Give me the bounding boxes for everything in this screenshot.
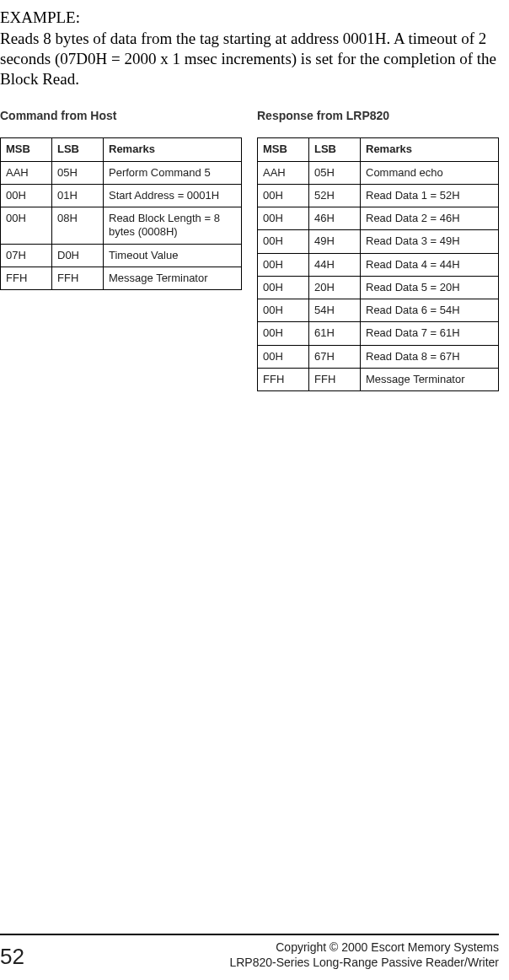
cell-remarks: Message Terminator bbox=[361, 368, 499, 390]
cell-remarks: Read Data 6 = 54H bbox=[361, 299, 499, 322]
table-row: 00H 61H Read Data 7 = 61H bbox=[258, 322, 499, 345]
table-header: Remarks bbox=[361, 138, 499, 161]
command-table: MSB LSB Remarks AAH 05H Perform Command … bbox=[0, 137, 242, 290]
cell-remarks: Start Address = 0001H bbox=[104, 184, 242, 207]
cell-remarks: Message Terminator bbox=[104, 267, 242, 289]
table-row: 00H 01H Start Address = 0001H bbox=[1, 184, 242, 207]
cell-remarks: Read Data 8 = 67H bbox=[361, 345, 499, 368]
cell-msb: 00H bbox=[258, 184, 309, 207]
table-row: 07H D0H Timeout Value bbox=[1, 244, 242, 267]
cell-lsb: 44H bbox=[309, 253, 361, 276]
table-header: MSB bbox=[1, 138, 52, 161]
cell-remarks: Timeout Value bbox=[104, 244, 242, 267]
table-row: 00H 67H Read Data 8 = 67H bbox=[258, 345, 499, 368]
cell-remarks: Read Data 7 = 61H bbox=[361, 322, 499, 345]
cell-lsb: 08H bbox=[52, 207, 104, 245]
cell-msb: FFH bbox=[258, 368, 309, 390]
table-header: MSB bbox=[258, 138, 309, 161]
table-row: 00H 46H Read Data 2 = 46H bbox=[258, 207, 499, 230]
table-row: AAH 05H Perform Command 5 bbox=[1, 161, 242, 184]
cell-msb: 00H bbox=[258, 253, 309, 276]
cell-msb: 00H bbox=[258, 299, 309, 322]
cell-msb: FFH bbox=[1, 267, 52, 289]
table-row: FFH FFH Message Terminator bbox=[258, 368, 499, 390]
cell-remarks: Read Block Length = 8 bytes (0008H) bbox=[104, 207, 242, 245]
table-row: 00H 20H Read Data 5 = 20H bbox=[258, 276, 499, 299]
command-from-host-title: Command from Host bbox=[0, 109, 242, 122]
cell-lsb: 54H bbox=[309, 299, 361, 322]
cell-lsb: 46H bbox=[309, 207, 361, 230]
cell-msb: 00H bbox=[258, 230, 309, 253]
cell-msb: 00H bbox=[258, 345, 309, 368]
cell-msb: 00H bbox=[258, 276, 309, 299]
table-row: 00H 08H Read Block Length = 8 bytes (000… bbox=[1, 207, 242, 245]
cell-msb: AAH bbox=[1, 161, 52, 184]
cell-msb: 00H bbox=[1, 184, 52, 207]
cell-lsb: 20H bbox=[309, 276, 361, 299]
cell-lsb: 49H bbox=[309, 230, 361, 253]
cell-remarks: Read Data 5 = 20H bbox=[361, 276, 499, 299]
copyright-line: Copyright © 2000 Escort Memory Systems bbox=[229, 940, 499, 956]
response-table: MSB LSB Remarks AAH 05H Command echo 00H… bbox=[257, 137, 499, 391]
response-from-lrp820-title: Response from LRP820 bbox=[257, 109, 499, 122]
table-row: FFH FFH Message Terminator bbox=[1, 267, 242, 289]
table-row: 00H 44H Read Data 4 = 44H bbox=[258, 253, 499, 276]
cell-lsb: 67H bbox=[309, 345, 361, 368]
cell-lsb: 61H bbox=[309, 322, 361, 345]
table-header: LSB bbox=[309, 138, 361, 161]
table-header: LSB bbox=[52, 138, 104, 161]
table-row: 00H 49H Read Data 3 = 49H bbox=[258, 230, 499, 253]
cell-msb: 07H bbox=[1, 244, 52, 267]
table-header: Remarks bbox=[104, 138, 242, 161]
cell-msb: 00H bbox=[258, 207, 309, 230]
cell-lsb: D0H bbox=[52, 244, 104, 267]
cell-remarks: Command echo bbox=[361, 161, 499, 184]
cell-remarks: Read Data 1 = 52H bbox=[361, 184, 499, 207]
cell-lsb: 01H bbox=[52, 184, 104, 207]
cell-lsb: 05H bbox=[309, 161, 361, 184]
cell-remarks: Read Data 4 = 44H bbox=[361, 253, 499, 276]
cell-lsb: FFH bbox=[309, 368, 361, 390]
cell-msb: 00H bbox=[1, 207, 52, 245]
cell-remarks: Read Data 3 = 49H bbox=[361, 230, 499, 253]
page-number: 52 bbox=[0, 944, 24, 970]
cell-lsb: FFH bbox=[52, 267, 104, 289]
table-row: 00H 54H Read Data 6 = 54H bbox=[258, 299, 499, 322]
product-line: LRP820-Series Long-Range Passive Reader/… bbox=[229, 956, 499, 971]
cell-lsb: 52H bbox=[309, 184, 361, 207]
cell-remarks: Perform Command 5 bbox=[104, 161, 242, 184]
table-row: AAH 05H Command echo bbox=[258, 161, 499, 184]
cell-msb: 00H bbox=[258, 322, 309, 345]
cell-lsb: 05H bbox=[52, 161, 104, 184]
cell-msb: AAH bbox=[258, 161, 309, 184]
table-row: 00H 52H Read Data 1 = 52H bbox=[258, 184, 499, 207]
example-body: Reads 8 bytes of data from the tag start… bbox=[0, 29, 497, 89]
page-footer: 52 Copyright © 2000 Escort Memory System… bbox=[0, 934, 499, 970]
cell-remarks: Read Data 2 = 46H bbox=[361, 207, 499, 230]
example-label: EXAMPLE: bbox=[0, 8, 499, 27]
